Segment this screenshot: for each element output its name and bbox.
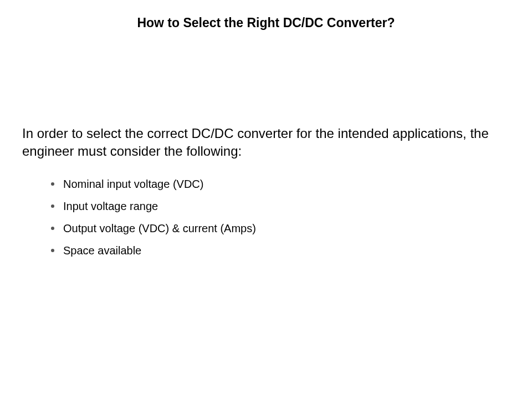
bullet-icon — [51, 182, 54, 186]
list-item: Space available — [51, 243, 532, 258]
bullet-icon — [51, 249, 54, 252]
bullet-icon — [51, 204, 54, 208]
slide-title: How to Select the Right DC/DC Converter? — [0, 0, 532, 30]
list-item: Nominal input voltage (VDC) — [51, 176, 532, 192]
bullet-list: Nominal input voltage (VDC) Input voltag… — [0, 161, 532, 258]
list-item: Input voltage range — [51, 198, 532, 214]
bullet-text: Space available — [63, 243, 532, 258]
intro-paragraph: In order to select the correct DC/DC con… — [0, 30, 532, 161]
list-item: Output voltage (VDC) & current (Amps) — [51, 221, 532, 236]
bullet-text: Nominal input voltage (VDC) — [63, 176, 532, 192]
bullet-text: Output voltage (VDC) & current (Amps) — [63, 221, 532, 236]
bullet-text: Input voltage range — [63, 198, 532, 214]
bullet-icon — [51, 227, 54, 230]
